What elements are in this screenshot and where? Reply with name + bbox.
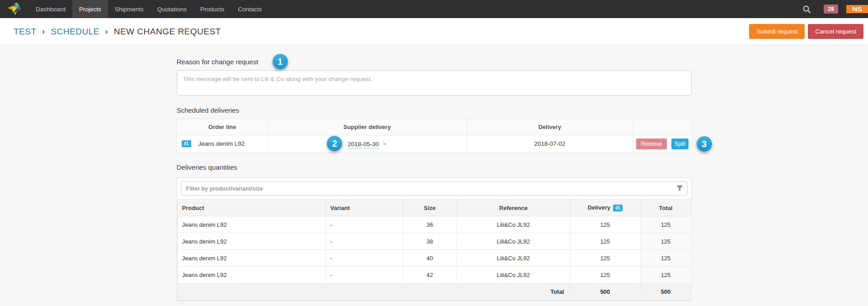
size-cell: 38 — [403, 233, 457, 250]
delivery-qty-cell: 125 — [570, 216, 640, 233]
nav-item-shipments[interactable]: Shipments — [108, 0, 151, 18]
scheduled-deliveries-table: Order line Supplier delivery Delivery #1… — [177, 119, 692, 153]
annotation-marker-2: 2 — [327, 136, 342, 151]
search-icon — [802, 5, 811, 14]
submit-request-button[interactable]: Submit request — [749, 24, 805, 39]
breadcrumb-separator: › — [42, 28, 45, 36]
nav-item-products[interactable]: Products — [193, 0, 231, 18]
scheduled-row: #1 Jeans denim L92 2 2018-05-30 × 2018-0… — [177, 135, 692, 153]
nav-item-contacts[interactable]: Contacts — [231, 0, 269, 18]
product-cell: Jeans denim L92 — [177, 267, 326, 283]
total-qty-cell: 125 — [640, 250, 691, 267]
scheduled-deliveries-title: Scheduled deliveries — [177, 106, 692, 114]
deliveries-quantities-title: Deliveries quantities — [177, 163, 692, 171]
variant-cell: - — [326, 233, 403, 250]
product-cell: Jeans denim L92 — [177, 233, 326, 250]
col-delivery: Delivery — [467, 119, 633, 135]
delivery-number-badge: #1 — [613, 205, 623, 211]
user-avatar[interactable]: NS — [846, 5, 868, 13]
reason-label-text: Reason for change request — [177, 58, 259, 66]
size-cell: 42 — [403, 267, 457, 283]
delivery-qty-cell: 125 — [570, 233, 640, 250]
col-total: Total — [640, 200, 691, 216]
col-delivery-qty: Delivery#1 — [570, 200, 640, 216]
quantities-header-row: Product Variant Size Reference Delivery#… — [177, 200, 691, 216]
split-button[interactable]: Split — [671, 139, 689, 149]
deliveries-quantities-panel: Product Variant Size Reference Delivery#… — [177, 177, 692, 301]
app-logo[interactable] — [0, 0, 29, 18]
total-qty-cell: 125 — [640, 233, 691, 250]
annotation-marker-3: 3 — [697, 136, 712, 152]
reference-cell: Lili&Co JL92 — [457, 267, 570, 283]
order-line-name: Jeans denim L92 — [198, 140, 245, 147]
variant-cell: - — [326, 216, 403, 233]
breadcrumb: TEST › SCHEDULE › NEW CHANGE REQUEST — [14, 27, 221, 37]
cancel-request-button[interactable]: Cancel request — [808, 24, 863, 39]
main-content: Reason for change request 1 Scheduled de… — [177, 58, 692, 301]
grand-total-label: Total — [177, 283, 570, 301]
scheduled-header-row: Order line Supplier delivery Delivery — [177, 119, 692, 135]
quantities-row: Jeans denim L92 - 42 Lili&Co JL92 125 12… — [177, 267, 691, 283]
product-cell: Jeans denim L92 — [177, 216, 326, 233]
reason-textarea[interactable] — [177, 70, 692, 96]
delivery-qty-cell: 125 — [570, 250, 640, 267]
row-actions-cell: Remove Split 3 — [633, 135, 692, 153]
filter-input[interactable] — [181, 182, 688, 196]
col-variant: Variant — [326, 200, 403, 216]
header-actions: Submit request Cancel request — [749, 24, 863, 39]
logo-hummingbird-icon — [5, 2, 24, 16]
size-cell: 40 — [403, 250, 457, 267]
variant-cell: - — [326, 267, 403, 283]
col-product: Product — [177, 200, 326, 216]
navbar-right-group: 28 NS — [796, 0, 868, 18]
total-qty-cell: 125 — [640, 267, 691, 283]
order-line-badge: #1 — [182, 140, 191, 147]
quantities-row: Jeans denim L92 - 36 Lili&Co JL92 125 12… — [177, 216, 691, 233]
col-actions — [633, 119, 692, 135]
total-qty-cell: 125 — [640, 216, 691, 233]
nav-item-projects[interactable]: Projects — [72, 0, 108, 18]
annotation-marker-1: 1 — [273, 54, 288, 69]
delivery-date-cell: 2018-07-02 — [467, 135, 633, 153]
reference-cell: Lili&Co JL92 — [457, 233, 570, 250]
page-title: NEW CHANGE REQUEST — [114, 27, 221, 37]
page-header: TEST › SCHEDULE › NEW CHANGE REQUEST Sub… — [0, 18, 868, 45]
order-line-cell: #1 Jeans denim L92 — [177, 135, 268, 153]
grand-total-delivery: 500 — [570, 283, 640, 301]
search-button[interactable] — [796, 5, 817, 14]
size-cell: 36 — [403, 216, 457, 233]
supplier-delivery-date-link[interactable]: 2018-05-30 — [348, 141, 379, 148]
filter-funnel-icon[interactable] — [676, 185, 683, 192]
reference-cell: Lili&Co JL92 — [457, 250, 570, 267]
col-size: Size — [403, 200, 457, 216]
clear-date-icon[interactable]: × — [383, 140, 387, 148]
quantities-row: Jeans denim L92 - 40 Lili&Co JL92 125 12… — [177, 250, 691, 267]
nav-item-quotations[interactable]: Quotations — [151, 0, 193, 18]
breadcrumb-separator: › — [105, 28, 108, 36]
supplier-delivery-cell: 2 2018-05-30 × — [268, 135, 467, 153]
remove-button[interactable]: Remove — [636, 139, 667, 149]
delivery-qty-cell: 125 — [570, 267, 640, 283]
nav-item-dashboard[interactable]: Dashboard — [29, 0, 72, 18]
breadcrumb-schedule-link[interactable]: SCHEDULE — [51, 27, 99, 37]
quantities-total-row: Total 500 500 — [177, 283, 691, 301]
breadcrumb-project-link[interactable]: TEST — [14, 27, 37, 37]
reference-cell: Lili&Co JL92 — [457, 216, 570, 233]
col-reference: Reference — [457, 200, 570, 216]
quantities-table: Product Variant Size Reference Delivery#… — [177, 199, 692, 301]
notification-badge[interactable]: 28 — [824, 5, 838, 14]
delivery-header-text: Delivery — [588, 204, 611, 211]
filter-bar — [177, 178, 691, 199]
col-supplier-delivery: Supplier delivery — [268, 119, 467, 135]
col-order-line: Order line — [177, 119, 268, 135]
product-cell: Jeans denim L92 — [177, 250, 326, 267]
top-navbar: Dashboard Projects Shipments Quotations … — [0, 0, 868, 18]
grand-total-total: 500 — [640, 283, 691, 301]
variant-cell: - — [326, 250, 403, 267]
quantities-row: Jeans denim L92 - 38 Lili&Co JL92 125 12… — [177, 233, 691, 250]
reason-section-label: Reason for change request 1 — [177, 58, 692, 66]
